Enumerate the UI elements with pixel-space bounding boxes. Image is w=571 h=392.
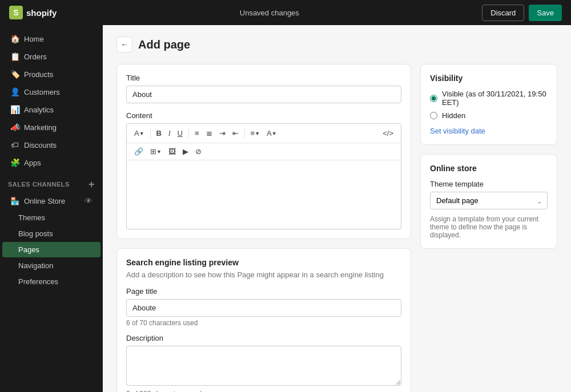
- navigation-label: Navigation: [18, 261, 53, 270]
- save-button[interactable]: Save: [529, 5, 562, 21]
- title-label: Title: [126, 74, 401, 82]
- visible-label: Visible (as of 30/11/2021, 19:50 EET): [442, 90, 548, 107]
- title-content-card: Title Content A ▼ B I U: [116, 64, 411, 239]
- themes-label: Themes: [18, 213, 45, 222]
- sidebar-item-orders[interactable]: 📋 Orders: [2, 48, 100, 65]
- visibility-radio-group: Visible (as of 30/11/2021, 19:50 EET) Hi…: [430, 90, 548, 120]
- orders-icon: 📋: [10, 52, 19, 61]
- theme-template-select[interactable]: Default page Custom page: [430, 192, 548, 209]
- sidebar-item-label: Customers: [24, 88, 60, 96]
- sidebar-item-label: Discounts: [24, 141, 57, 149]
- logo-text: shopify: [26, 8, 57, 18]
- sidebar-item-marketing[interactable]: 📣 Marketing: [2, 119, 100, 136]
- main-content: ← Add page Title Content A ▼: [103, 25, 571, 392]
- title-input[interactable]: [126, 86, 401, 103]
- online-store-card-title: Online store: [430, 164, 548, 173]
- sidebar-item-discounts[interactable]: 🏷 Discounts: [2, 136, 100, 153]
- toolbar-separator-3: [244, 128, 245, 139]
- discounts-icon: 🏷: [10, 140, 19, 149]
- sidebar-item-online-store[interactable]: 🏪 Online Store 👁: [2, 192, 100, 209]
- main-column: Title Content A ▼ B I U: [116, 64, 411, 392]
- set-visibility-link[interactable]: Set visibility date: [430, 127, 485, 135]
- sidebar-item-analytics[interactable]: 📊 Analytics: [2, 101, 100, 118]
- topbar: S shopify Unsaved changes Discard Save: [0, 0, 571, 25]
- home-icon: 🏠: [10, 34, 19, 43]
- table-button[interactable]: ⊞ ▼: [147, 146, 164, 157]
- list-unordered-button[interactable]: ≡: [192, 127, 202, 139]
- products-icon: 🏷️: [10, 70, 19, 79]
- seo-title: Search engine listing preview: [126, 258, 401, 267]
- back-button[interactable]: ←: [116, 37, 132, 52]
- visibility-title: Visibility: [430, 74, 548, 83]
- sidebar-item-home[interactable]: 🏠 Home: [2, 30, 100, 47]
- seo-description: Add a description to see how this Page m…: [126, 270, 401, 279]
- sidebar-item-customers[interactable]: 👤 Customers: [2, 83, 100, 100]
- hidden-label: Hidden: [442, 111, 465, 120]
- sidebar: 🏠 Home 📋 Orders 🏷️ Products 👤 Customers …: [0, 25, 103, 392]
- eye-icon[interactable]: 👁: [85, 196, 93, 205]
- bold-button[interactable]: B: [154, 127, 164, 139]
- theme-description: Assign a template from your current them…: [430, 215, 548, 239]
- editor-area[interactable]: [127, 160, 401, 229]
- sidebar-item-label: Orders: [24, 52, 47, 61]
- sidebar-item-apps[interactable]: 🧩 Apps: [2, 154, 100, 171]
- hidden-radio[interactable]: [430, 112, 437, 119]
- visible-radio-item[interactable]: Visible (as of 30/11/2021, 19:50 EET): [430, 90, 548, 107]
- pages-label: Pages: [18, 245, 39, 254]
- shopify-logo-icon: S: [9, 6, 23, 19]
- online-store-label: Online Store: [24, 197, 65, 205]
- sidebar-item-label: Home: [24, 35, 44, 43]
- link-button[interactable]: 🔗: [131, 146, 146, 157]
- editor-toolbar-row1: A ▼ B I U ≡ ≣ ⇥ ⇤ ≡ ▼: [127, 124, 401, 143]
- content-area: Title Content A ▼ B I U: [116, 64, 557, 392]
- online-store-left: 🏪 Online Store: [10, 197, 65, 205]
- description-char-count: 0 of 320 characters used: [126, 390, 401, 392]
- sidebar-item-preferences[interactable]: Preferences: [2, 274, 100, 289]
- seo-description-input[interactable]: [126, 346, 401, 386]
- page-header: ← Add page: [116, 37, 557, 52]
- topbar-status: Unsaved changes: [240, 9, 299, 17]
- code-button[interactable]: </>: [380, 127, 396, 139]
- seo-card: Search engine listing preview Add a desc…: [116, 248, 411, 392]
- sidebar-item-navigation[interactable]: Navigation: [2, 258, 100, 273]
- discard-button[interactable]: Discard: [482, 5, 524, 21]
- seo-page-title-input[interactable]: [126, 299, 401, 317]
- sidebar-item-themes[interactable]: Themes: [2, 210, 100, 225]
- description-label: Description: [126, 334, 401, 342]
- indent-button[interactable]: ⇥: [216, 127, 228, 139]
- apps-icon: 🧩: [10, 158, 19, 167]
- underline-button[interactable]: U: [175, 127, 186, 139]
- online-store-icon: 🏪: [10, 197, 19, 205]
- blog-posts-label: Blog posts: [18, 229, 53, 238]
- video-button[interactable]: ▶: [180, 146, 191, 157]
- analytics-icon: 📊: [10, 105, 19, 114]
- text-color-button[interactable]: A ▼: [264, 127, 280, 139]
- sidebar-item-blog-posts[interactable]: Blog posts: [2, 226, 100, 241]
- theme-template-label: Theme template: [430, 180, 548, 188]
- sales-channels-label: SALES CHANNELS: [8, 181, 70, 188]
- sidebar-item-products[interactable]: 🏷️ Products: [2, 66, 100, 83]
- preferences-label: Preferences: [18, 277, 58, 286]
- hidden-radio-item[interactable]: Hidden: [430, 111, 548, 120]
- editor-toolbar-row2: 🔗 ⊞ ▼ 🖼 ▶ ⊘: [127, 143, 401, 160]
- page-title-char-count: 6 of 70 characters used: [126, 319, 401, 327]
- toolbar-separator: [150, 128, 151, 139]
- side-column: Visibility Visible (as of 30/11/2021, 19…: [420, 64, 557, 249]
- content-label: Content: [126, 111, 401, 120]
- sidebar-item-label: Products: [24, 70, 53, 79]
- align-button[interactable]: ≡ ▼: [248, 127, 263, 139]
- topbar-actions: Discard Save: [482, 5, 562, 21]
- sidebar-item-pages[interactable]: Pages: [2, 242, 100, 257]
- image-button[interactable]: 🖼: [166, 146, 179, 157]
- list-ordered-button[interactable]: ≣: [203, 127, 215, 139]
- page-title: Add page: [138, 38, 190, 51]
- toolbar-separator-2: [188, 128, 189, 139]
- font-select-button[interactable]: A ▼: [131, 127, 147, 139]
- italic-button[interactable]: I: [166, 127, 174, 139]
- outdent-button[interactable]: ⇤: [230, 127, 242, 139]
- sidebar-item-label: Apps: [24, 159, 41, 167]
- clear-format-button[interactable]: ⊘: [192, 146, 204, 157]
- add-channel-button[interactable]: +: [89, 179, 95, 189]
- visible-radio[interactable]: [430, 95, 437, 102]
- marketing-icon: 📣: [10, 123, 19, 132]
